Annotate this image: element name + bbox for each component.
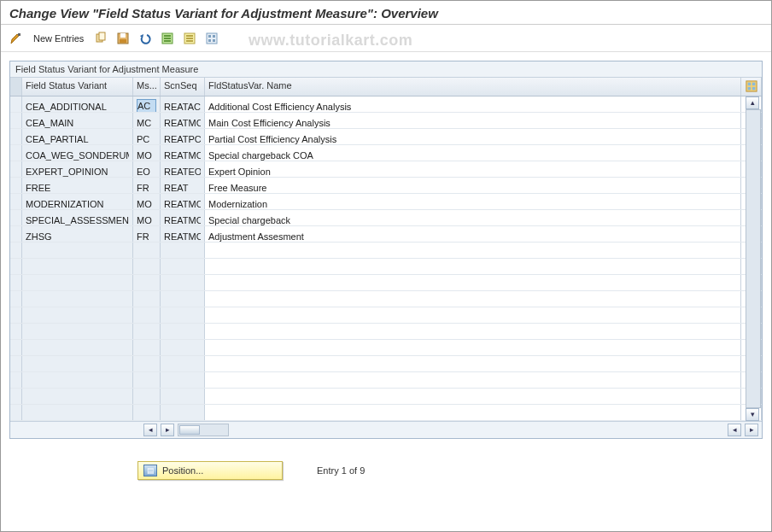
cell-fsv[interactable]: [22, 145, 133, 161]
cell-seq-input[interactable]: [164, 407, 201, 420]
cell-name-input[interactable]: [208, 326, 737, 339]
cell-fsv[interactable]: [22, 291, 133, 307]
cell-name[interactable]: [205, 194, 741, 209]
cell-ms-input[interactable]: [137, 261, 156, 274]
cell-ms[interactable]: [133, 145, 161, 161]
cell-fsv[interactable]: [22, 243, 133, 258]
cell-ms[interactable]: [133, 194, 161, 209]
cell-ms-input[interactable]: [137, 213, 156, 225]
table-row[interactable]: [10, 145, 762, 161]
cell-fsv-input[interactable]: [26, 278, 129, 290]
table-row[interactable]: [10, 210, 762, 226]
cell-seq-input[interactable]: [164, 391, 201, 404]
scroll-up-icon[interactable]: ▴: [746, 96, 759, 109]
table-row[interactable]: [10, 129, 762, 145]
cell-ms[interactable]: [133, 356, 161, 371]
cell-fsv[interactable]: [22, 307, 133, 323]
cell-name[interactable]: [205, 226, 741, 242]
cell-name-input[interactable]: [208, 310, 737, 323]
cell-ms-input[interactable]: [137, 294, 156, 307]
cell-seq[interactable]: [161, 96, 205, 112]
cell-name-input[interactable]: [208, 375, 737, 388]
cell-ms[interactable]: [133, 243, 161, 258]
cell-fsv[interactable]: [22, 356, 133, 371]
cell-seq[interactable]: [161, 291, 205, 307]
cell-seq[interactable]: [161, 307, 205, 323]
cell-ms[interactable]: [133, 129, 161, 144]
cell-seq-input[interactable]: [164, 164, 201, 177]
cell-ms-input[interactable]: [137, 245, 156, 258]
cell-seq-input[interactable]: [164, 326, 201, 339]
cell-name-input[interactable]: [208, 229, 737, 242]
cell-fsv[interactable]: [22, 210, 133, 225]
cell-seq-input[interactable]: [164, 148, 201, 161]
scroll-right-icon[interactable]: ▸: [161, 424, 174, 436]
cell-name-input[interactable]: [208, 115, 737, 128]
scroll-track-left[interactable]: [178, 424, 229, 436]
cell-ms-input[interactable]: [137, 391, 156, 404]
cell-fsv[interactable]: [22, 161, 133, 177]
cell-ms[interactable]: [133, 210, 161, 225]
cell-name[interactable]: [205, 389, 741, 404]
cell-ms[interactable]: [133, 405, 161, 420]
cell-ms[interactable]: [133, 178, 161, 193]
cell-ms[interactable]: [133, 275, 161, 290]
table-row[interactable]: [10, 194, 762, 210]
cell-seq[interactable]: [161, 405, 205, 420]
cell-ms-input[interactable]: [137, 148, 156, 161]
config-icon[interactable]: [203, 30, 220, 47]
cell-seq-input[interactable]: [164, 359, 201, 371]
cell-seq[interactable]: [161, 372, 205, 388]
cell-seq[interactable]: [161, 194, 205, 209]
table-row-empty[interactable]: [10, 291, 762, 307]
cell-seq-input[interactable]: [164, 310, 201, 323]
cell-ms[interactable]: [133, 259, 161, 274]
cell-seq-input[interactable]: [164, 261, 201, 274]
cell-fsv[interactable]: [22, 324, 133, 339]
cell-ms[interactable]: [133, 226, 161, 242]
scroll-thumb[interactable]: [179, 425, 200, 435]
cell-fsv[interactable]: [22, 389, 133, 404]
cell-name-input[interactable]: [208, 213, 737, 225]
cell-ms-input[interactable]: [137, 164, 156, 177]
cell-seq-input[interactable]: [164, 342, 201, 355]
cell-seq[interactable]: [161, 129, 205, 144]
cell-seq[interactable]: [161, 145, 205, 161]
cell-fsv-input[interactable]: [26, 229, 129, 242]
cell-name[interactable]: [205, 210, 741, 225]
cell-ms-input[interactable]: [137, 407, 156, 420]
column-selector[interactable]: [10, 78, 22, 96]
cell-fsv-input[interactable]: [26, 132, 129, 144]
table-row-empty[interactable]: [10, 340, 762, 356]
cell-name-input[interactable]: [208, 148, 737, 161]
cell-seq[interactable]: [161, 259, 205, 274]
cell-ms-input[interactable]: [137, 278, 156, 290]
cell-name-input[interactable]: [208, 180, 737, 193]
cell-fsv-input[interactable]: [26, 391, 129, 404]
cell-name-input[interactable]: [208, 359, 737, 371]
cell-fsv-input[interactable]: [26, 310, 129, 323]
cell-fsv[interactable]: [22, 259, 133, 274]
cell-ms-input[interactable]: [137, 375, 156, 388]
cell-fsv-input[interactable]: [26, 407, 129, 420]
table-row-empty[interactable]: [10, 372, 762, 389]
cell-fsv-input[interactable]: [26, 326, 129, 339]
cell-name[interactable]: [205, 275, 741, 290]
cell-name[interactable]: [205, 324, 741, 339]
cell-fsv-input[interactable]: [26, 164, 129, 177]
table-row-empty[interactable]: [10, 275, 762, 291]
cell-ms-input[interactable]: [137, 115, 156, 128]
cell-name[interactable]: [205, 356, 741, 371]
cell-name-input[interactable]: [208, 196, 737, 209]
table-row[interactable]: [10, 96, 762, 113]
cell-seq[interactable]: [161, 389, 205, 404]
column-header-seq[interactable]: ScnSeq: [161, 78, 205, 96]
cell-ms-input[interactable]: [137, 229, 156, 242]
cell-seq[interactable]: [161, 340, 205, 355]
cell-ms[interactable]: [133, 96, 161, 112]
cell-seq-input[interactable]: [164, 278, 201, 290]
cell-seq-input[interactable]: [164, 375, 201, 388]
cell-name[interactable]: [205, 307, 741, 323]
cell-seq[interactable]: [161, 113, 205, 128]
cell-name-input[interactable]: [208, 132, 737, 144]
